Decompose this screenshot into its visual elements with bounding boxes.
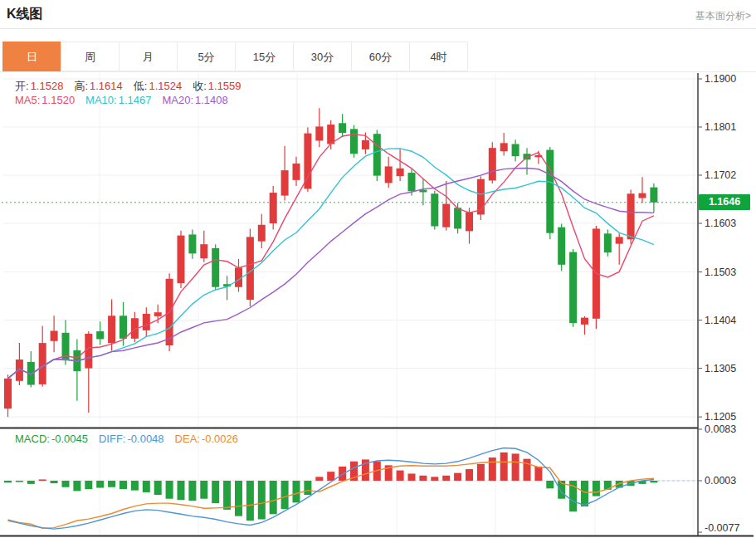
candle-body xyxy=(373,134,381,175)
ohlc-legend-item-2: 低:1.1524 xyxy=(134,79,182,94)
macd-axis-label: 0.0003 xyxy=(705,474,753,487)
macd-bar xyxy=(108,481,115,487)
candle-body xyxy=(431,193,438,226)
macd-bar xyxy=(339,467,346,481)
macd-bar xyxy=(154,481,162,495)
macd-bar xyxy=(397,471,404,481)
ma-legend: MA5:1.1520MA10:1.1467MA20:1.1408 xyxy=(15,94,228,106)
candle-body xyxy=(154,312,162,316)
candle-body xyxy=(616,237,623,243)
price-axis-label: 1.1900 xyxy=(705,72,753,86)
macd-legend: MACD:-0.0045DIFF:-0.0048DEA:-0.0026 xyxy=(15,433,238,445)
candle-body xyxy=(119,315,127,339)
macd-bar xyxy=(212,481,219,503)
macd-bar xyxy=(188,481,196,501)
candle-body xyxy=(408,173,416,191)
candle-body xyxy=(178,236,185,283)
candle-body xyxy=(51,330,58,340)
macd-bar xyxy=(489,457,496,481)
candle-body xyxy=(327,125,334,144)
macd-bar xyxy=(73,481,80,491)
macd-axis-label: -0.0077 xyxy=(705,521,753,535)
candle-body xyxy=(143,314,150,330)
candle-body xyxy=(500,143,508,151)
macd-bar xyxy=(143,481,150,492)
price-axis-label: 1.1702 xyxy=(705,169,753,182)
candle-body xyxy=(639,193,646,198)
macd-bar xyxy=(16,481,23,482)
ma20-line xyxy=(8,169,654,379)
candle-body xyxy=(442,204,450,227)
candle-body xyxy=(293,164,300,180)
candle-body xyxy=(397,169,404,176)
macd-bar xyxy=(258,481,266,520)
macd-bar xyxy=(178,481,185,500)
candle-body xyxy=(362,140,369,149)
price-axis-label: 1.1205 xyxy=(705,410,753,423)
candle-body xyxy=(569,252,577,324)
macd-bar xyxy=(270,481,277,514)
macd-bar xyxy=(119,481,127,489)
candle-body xyxy=(246,237,254,300)
candle-body xyxy=(604,233,612,252)
macd-bar xyxy=(51,481,58,483)
macd-bar xyxy=(281,481,289,509)
macd-bar xyxy=(454,473,461,481)
ohlc-legend-item-3: 收:1.1559 xyxy=(193,79,241,94)
candle-body xyxy=(212,248,219,287)
macd-bar xyxy=(166,481,173,499)
macd-bar xyxy=(4,481,12,482)
candle-body xyxy=(200,244,207,258)
candle-body xyxy=(385,166,393,183)
price-axis-label: 1.1305 xyxy=(705,362,753,375)
macd-bar xyxy=(131,481,139,491)
macd-bar xyxy=(235,481,242,516)
macd-bar xyxy=(593,481,600,496)
candle-body xyxy=(339,123,346,133)
macd-legend-item-2: DEA:-0.0026 xyxy=(175,433,238,445)
candle-body xyxy=(558,227,565,265)
macd-bar xyxy=(442,476,450,481)
candle-body xyxy=(627,193,635,239)
price-axis-label: 1.1404 xyxy=(705,314,753,327)
candle-body xyxy=(512,144,519,157)
macd-bar xyxy=(419,476,427,481)
kline-widget: K线图 基本面分析> 日周月5分15分30分60分4时 开:1.1528高:1.… xyxy=(0,0,756,538)
candle-body xyxy=(581,318,588,325)
candle-body xyxy=(315,126,323,140)
macd-bar xyxy=(246,481,254,521)
candle-body xyxy=(466,213,473,232)
macd-bar xyxy=(200,481,207,499)
candle-body xyxy=(39,343,46,384)
candle-body xyxy=(258,225,266,242)
ohlc-legend-item-0: 开:1.1528 xyxy=(15,79,63,94)
macd-bar xyxy=(581,481,588,506)
macd-bar xyxy=(27,481,35,484)
candle-body xyxy=(85,334,92,369)
ma5-line xyxy=(8,134,654,379)
candle-body xyxy=(4,379,12,408)
macd-bar xyxy=(408,473,416,481)
ma-legend-item-0: MA5:1.1520 xyxy=(15,94,75,106)
candle-body xyxy=(350,129,358,154)
macd-bar xyxy=(62,481,70,487)
diff-line xyxy=(8,448,654,530)
macd-bar xyxy=(315,477,323,481)
macd-bar xyxy=(96,481,104,488)
macd-legend-item-1: DIFF:-0.0048 xyxy=(99,433,164,445)
candle-body xyxy=(108,315,115,343)
macd-bar xyxy=(431,477,438,481)
ma-legend-item-2: MA20:1.1408 xyxy=(162,94,227,106)
macd-bar xyxy=(466,469,473,481)
macd-bar xyxy=(524,459,531,481)
ma-legend-item-1: MA10:1.1467 xyxy=(85,94,151,106)
ohlc-legend: 开:1.1528高:1.1614低:1.1524收:1.1559 xyxy=(15,79,241,94)
candle-body xyxy=(188,234,196,253)
macd-bar xyxy=(223,481,231,510)
price-axis-label: 1.1503 xyxy=(705,266,753,279)
ohlc-legend-item-1: 高:1.1614 xyxy=(74,79,122,94)
candle-body xyxy=(650,188,657,203)
candle-body xyxy=(489,148,496,180)
candle-body xyxy=(454,208,461,228)
candle-body xyxy=(281,170,289,195)
